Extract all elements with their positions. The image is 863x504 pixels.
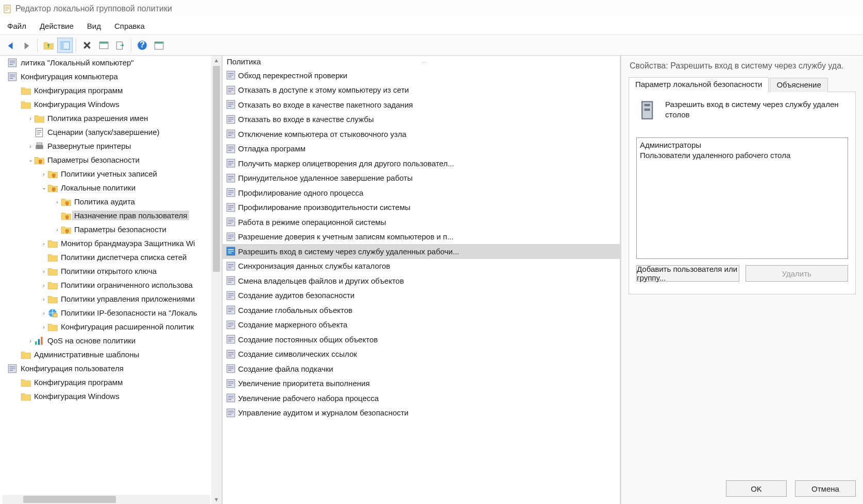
cancel-button[interactable]: Отмена [795, 480, 856, 497]
user-list[interactable]: АдминистраторыПользователи удаленного ра… [636, 137, 848, 259]
export-button[interactable] [112, 38, 128, 53]
tree-item-label: Конфигурация программ [32, 85, 125, 95]
list-item[interactable]: Профилирование одного процесса [223, 185, 620, 200]
tree-item[interactable]: ›Политика разрешения имен [0, 111, 211, 125]
list-item[interactable]: Разрешение доверия к учетным записям ком… [223, 230, 620, 245]
tab-explanation[interactable]: Объяснение [770, 78, 827, 92]
properties-button[interactable] [96, 38, 111, 53]
list-item[interactable]: Синхронизация данных службы каталогов [223, 259, 620, 274]
list-item[interactable]: Профилирование производительности систем… [223, 200, 620, 215]
list-item[interactable]: Разрешить вход в систему через службу уд… [223, 244, 620, 259]
policy-list[interactable]: Обход перекрестной проверкиОтказать в до… [223, 68, 620, 504]
scroll-up-icon[interactable]: ▲ [212, 56, 221, 65]
tree-item[interactable]: Конфигурация компьютера [0, 69, 211, 83]
scroll-thumb[interactable] [23, 496, 116, 503]
tree-item[interactable]: ›Развернутые принтеры [0, 139, 211, 153]
tree-item[interactable]: ⌄Локальные политики [0, 181, 211, 195]
show-tree-button[interactable] [57, 38, 73, 53]
user-list-item[interactable]: Администраторы [640, 140, 844, 150]
tree-horizontal-scrollbar[interactable] [3, 495, 210, 504]
expand-icon[interactable]: › [27, 115, 34, 121]
back-button[interactable] [2, 38, 18, 53]
menu-file[interactable]: Файл [7, 22, 26, 30]
list-item[interactable]: Создание постоянных общих объектов [223, 332, 620, 347]
tree-item[interactable]: ›Конфигурация расширенной политик [0, 320, 211, 334]
expand-icon[interactable]: ⌄ [40, 184, 47, 191]
tree-item[interactable]: Политики диспетчера списка сетей [0, 250, 211, 264]
remove-user-button[interactable]: Удалить [746, 265, 849, 282]
list-item[interactable]: Управление аудитом и журналом безопаснос… [223, 406, 620, 421]
tree-item[interactable]: Административные шаблоны [0, 347, 211, 361]
list-item[interactable]: Принудительное удаленное завершение рабо… [223, 171, 620, 186]
list-item[interactable]: Обход перекрестной проверки [223, 68, 620, 83]
forward-button[interactable] [19, 38, 34, 53]
list-item[interactable]: Работа в режиме операционной системы [223, 215, 620, 230]
list-item[interactable]: Создание глобальных объектов [223, 303, 620, 318]
list-item[interactable]: Отказать в доступе к этому компьютеру из… [223, 83, 620, 98]
expand-icon[interactable]: › [40, 310, 47, 316]
tree-item[interactable]: ›Политики открытого ключа [0, 264, 211, 278]
menu-action[interactable]: Действие [40, 22, 74, 30]
tree-item[interactable]: Конфигурация Windows [0, 97, 211, 111]
list-item[interactable]: Отладка программ [223, 142, 620, 157]
scroll-thumb[interactable] [213, 66, 220, 272]
up-level-button[interactable] [41, 38, 56, 53]
user-list-item[interactable]: Пользователи удаленного рабочего стола [640, 150, 844, 161]
list-item[interactable]: Отключение компьютера от стыковочного уз… [223, 127, 620, 142]
list-item[interactable]: Отказать во входе в качестве пакетного з… [223, 97, 620, 112]
tree-item[interactable]: литика "Локальный компьютер" [0, 56, 211, 69]
list-item[interactable]: Получить маркер олицетворения для другог… [223, 156, 620, 171]
expand-icon[interactable]: › [40, 268, 47, 274]
tree-item-label: Политики ограниченного использова [59, 280, 195, 290]
tree-item[interactable]: Конфигурация Windows [0, 389, 211, 403]
scroll-down-icon[interactable]: ▼ [212, 495, 221, 504]
list-item[interactable]: Создание маркерного объекта [223, 318, 620, 333]
tree-item[interactable]: Конфигурация пользователя [0, 361, 211, 375]
expand-icon[interactable]: › [54, 227, 61, 233]
expand-icon[interactable]: › [27, 338, 34, 344]
expand-icon[interactable]: › [54, 199, 61, 205]
tree-item[interactable]: ›Политики учетных записей [0, 167, 211, 181]
expand-icon[interactable]: ⌄ [27, 157, 34, 163]
tree-item[interactable]: ›Параметры безопасности [0, 222, 211, 236]
list-item[interactable]: Увеличение рабочего набора процесса [223, 391, 620, 406]
tree-vertical-scrollbar[interactable]: ▲ ▼ [211, 56, 222, 504]
help-button[interactable] [134, 38, 150, 53]
tree-item[interactable]: ›Монитор брандмауэра Защитника Wi [0, 236, 211, 250]
tree-item[interactable]: ›Политики ограниченного использова [0, 278, 211, 292]
expand-icon[interactable]: › [40, 240, 47, 247]
list-item-label: Создание символических ссылок [238, 350, 357, 358]
tree-item[interactable]: Конфигурация программ [0, 83, 211, 97]
list-item[interactable]: Увеличение приоритета выполнения [223, 376, 620, 391]
tree-item[interactable]: Назначение прав пользователя [0, 208, 211, 222]
secfold-icon [47, 183, 58, 193]
tree-item[interactable]: ›Политики управления приложениями [0, 292, 211, 306]
list-item[interactable]: Создание аудитов безопасности [223, 288, 620, 303]
tree-item[interactable]: ⌄Параметры безопасности [0, 153, 211, 167]
list-item[interactable]: Отказать во входе в качестве службы [223, 112, 620, 127]
delete-button[interactable] [79, 38, 95, 53]
add-user-button[interactable]: Добавить пользователя или группу... [636, 265, 739, 282]
list-item[interactable]: Создание файла подкачки [223, 361, 620, 376]
expand-icon[interactable]: › [27, 143, 34, 149]
list-item[interactable]: Создание символических ссылок [223, 347, 620, 362]
column-resize-icon[interactable]: ︿ [421, 58, 427, 65]
tab-local-security[interactable]: Параметр локальной безопасности [629, 77, 769, 92]
list-item[interactable]: Смена владельцев файлов и других объекто… [223, 273, 620, 288]
tree-item[interactable]: ›Политики IP-безопасности на "Локаль [0, 306, 211, 320]
tree-item[interactable]: Сценарии (запуск/завершение) [0, 125, 211, 139]
expand-icon[interactable]: › [40, 324, 47, 330]
tree-item[interactable]: Конфигурация программ [0, 375, 211, 389]
menu-view[interactable]: Вид [87, 22, 101, 30]
expand-icon[interactable]: › [40, 171, 47, 177]
list-column-header[interactable]: Политика ︿ [223, 56, 620, 68]
tree-view[interactable]: литика "Локальный компьютер"Конфигурация… [0, 56, 211, 494]
expand-icon[interactable]: › [40, 296, 47, 302]
expand-icon[interactable]: › [40, 282, 47, 288]
tree-item[interactable]: ›QoS на основе политики [0, 334, 211, 347]
details-pane-button[interactable] [151, 38, 166, 53]
ok-button[interactable]: OK [726, 480, 787, 497]
tree-item[interactable]: ›Политика аудита [0, 195, 211, 208]
toolbar-separator [37, 39, 38, 52]
menu-help[interactable]: Справка [114, 22, 145, 30]
